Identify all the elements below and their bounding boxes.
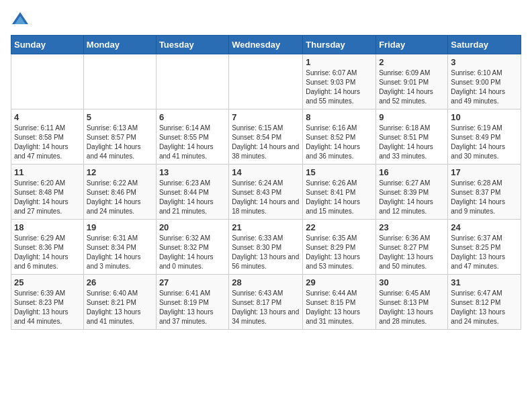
calendar-cell: 10Sunrise: 6:19 AMSunset: 8:49 PMDayligh… <box>448 109 521 165</box>
day-detail: Sunrise: 6:31 AMSunset: 8:34 PMDaylight:… <box>87 234 153 271</box>
day-number: 4 <box>14 112 81 122</box>
week-row-5: 25Sunrise: 6:39 AMSunset: 8:23 PMDayligh… <box>11 275 521 330</box>
calendar-header: SundayMondayTuesdayWednesdayThursdayFrid… <box>11 36 521 54</box>
day-number: 20 <box>159 222 226 232</box>
day-number: 17 <box>451 167 518 177</box>
header-row: SundayMondayTuesdayWednesdayThursdayFrid… <box>11 36 521 54</box>
calendar-cell: 11Sunrise: 6:20 AMSunset: 8:48 PMDayligh… <box>11 165 84 220</box>
day-detail: Sunrise: 6:13 AMSunset: 8:57 PMDaylight:… <box>87 124 153 161</box>
day-detail: Sunrise: 6:41 AMSunset: 8:19 PMDaylight:… <box>159 289 226 326</box>
day-number: 7 <box>232 112 300 122</box>
calendar-cell: 15Sunrise: 6:26 AMSunset: 8:41 PMDayligh… <box>303 165 376 220</box>
day-detail: Sunrise: 6:16 AMSunset: 8:52 PMDaylight:… <box>306 124 373 161</box>
day-detail: Sunrise: 6:20 AMSunset: 8:48 PMDaylight:… <box>14 179 81 216</box>
day-number: 31 <box>451 277 518 287</box>
day-detail: Sunrise: 6:22 AMSunset: 8:46 PMDaylight:… <box>87 179 153 216</box>
calendar-cell: 22Sunrise: 6:35 AMSunset: 8:29 PMDayligh… <box>303 220 376 275</box>
header-saturday: Saturday <box>448 36 521 54</box>
day-detail: Sunrise: 6:45 AMSunset: 8:13 PMDaylight:… <box>379 289 445 326</box>
day-detail: Sunrise: 6:10 AMSunset: 9:00 PMDaylight:… <box>451 68 518 106</box>
day-detail: Sunrise: 6:47 AMSunset: 8:12 PMDaylight:… <box>451 289 518 326</box>
day-number: 8 <box>306 112 373 122</box>
day-detail: Sunrise: 6:40 AMSunset: 8:21 PMDaylight:… <box>87 289 153 326</box>
calendar-body: 1Sunrise: 6:07 AMSunset: 9:03 PMDaylight… <box>11 54 521 330</box>
day-number: 12 <box>87 167 153 177</box>
logo-icon <box>11 11 30 30</box>
day-number: 15 <box>306 167 373 177</box>
day-number: 13 <box>159 167 226 177</box>
day-detail: Sunrise: 6:33 AMSunset: 8:30 PMDaylight:… <box>232 234 300 271</box>
day-number: 18 <box>14 222 81 232</box>
day-detail: Sunrise: 6:18 AMSunset: 8:51 PMDaylight:… <box>379 124 445 161</box>
calendar-cell: 4Sunrise: 6:11 AMSunset: 8:58 PMDaylight… <box>11 109 84 165</box>
day-detail: Sunrise: 6:37 AMSunset: 8:25 PMDaylight:… <box>451 234 518 271</box>
day-number: 23 <box>379 222 445 232</box>
calendar-cell <box>156 54 228 109</box>
calendar-cell: 2Sunrise: 6:09 AMSunset: 9:01 PMDaylight… <box>376 54 448 109</box>
calendar-cell: 3Sunrise: 6:10 AMSunset: 9:00 PMDaylight… <box>448 54 521 109</box>
calendar-cell: 27Sunrise: 6:41 AMSunset: 8:19 PMDayligh… <box>156 275 228 330</box>
calendar-cell: 29Sunrise: 6:44 AMSunset: 8:15 PMDayligh… <box>303 275 376 330</box>
calendar-cell: 26Sunrise: 6:40 AMSunset: 8:21 PMDayligh… <box>83 275 156 330</box>
calendar-cell: 30Sunrise: 6:45 AMSunset: 8:13 PMDayligh… <box>376 275 448 330</box>
day-detail: Sunrise: 6:15 AMSunset: 8:54 PMDaylight:… <box>232 124 300 161</box>
day-number: 22 <box>306 222 373 232</box>
calendar-cell: 17Sunrise: 6:28 AMSunset: 8:37 PMDayligh… <box>448 165 521 220</box>
day-detail: Sunrise: 6:09 AMSunset: 9:01 PMDaylight:… <box>379 68 445 106</box>
calendar-cell: 14Sunrise: 6:24 AMSunset: 8:43 PMDayligh… <box>229 165 303 220</box>
day-number: 6 <box>159 112 226 122</box>
day-detail: Sunrise: 6:26 AMSunset: 8:41 PMDaylight:… <box>306 179 373 216</box>
week-row-1: 1Sunrise: 6:07 AMSunset: 9:03 PMDaylight… <box>11 54 521 109</box>
day-detail: Sunrise: 6:36 AMSunset: 8:27 PMDaylight:… <box>379 234 445 271</box>
header <box>11 11 521 30</box>
day-detail: Sunrise: 6:43 AMSunset: 8:17 PMDaylight:… <box>232 289 300 326</box>
day-number: 14 <box>232 167 300 177</box>
week-row-3: 11Sunrise: 6:20 AMSunset: 8:48 PMDayligh… <box>11 165 521 220</box>
day-detail: Sunrise: 6:14 AMSunset: 8:55 PMDaylight:… <box>159 124 226 161</box>
calendar-cell: 25Sunrise: 6:39 AMSunset: 8:23 PMDayligh… <box>11 275 84 330</box>
day-number: 29 <box>306 277 373 287</box>
day-number: 21 <box>232 222 300 232</box>
day-detail: Sunrise: 6:39 AMSunset: 8:23 PMDaylight:… <box>14 289 81 326</box>
day-number: 10 <box>451 112 518 122</box>
calendar-cell: 23Sunrise: 6:36 AMSunset: 8:27 PMDayligh… <box>376 220 448 275</box>
day-detail: Sunrise: 6:32 AMSunset: 8:32 PMDaylight:… <box>159 234 226 271</box>
day-number: 11 <box>14 167 81 177</box>
logo <box>11 11 32 30</box>
header-friday: Friday <box>376 36 448 54</box>
header-monday: Monday <box>83 36 156 54</box>
calendar-cell: 13Sunrise: 6:23 AMSunset: 8:44 PMDayligh… <box>156 165 228 220</box>
day-number: 27 <box>159 277 226 287</box>
calendar-cell <box>11 54 84 109</box>
calendar-cell: 9Sunrise: 6:18 AMSunset: 8:51 PMDaylight… <box>376 109 448 165</box>
day-number: 28 <box>232 277 300 287</box>
day-number: 5 <box>87 112 153 122</box>
calendar-cell: 18Sunrise: 6:29 AMSunset: 8:36 PMDayligh… <box>11 220 84 275</box>
day-detail: Sunrise: 6:23 AMSunset: 8:44 PMDaylight:… <box>159 179 226 216</box>
week-row-4: 18Sunrise: 6:29 AMSunset: 8:36 PMDayligh… <box>11 220 521 275</box>
day-number: 25 <box>14 277 81 287</box>
day-number: 30 <box>379 277 445 287</box>
week-row-2: 4Sunrise: 6:11 AMSunset: 8:58 PMDaylight… <box>11 109 521 165</box>
day-number: 16 <box>379 167 445 177</box>
calendar-cell: 5Sunrise: 6:13 AMSunset: 8:57 PMDaylight… <box>83 109 156 165</box>
calendar-cell <box>229 54 303 109</box>
header-tuesday: Tuesday <box>156 36 228 54</box>
calendar-cell: 20Sunrise: 6:32 AMSunset: 8:32 PMDayligh… <box>156 220 228 275</box>
calendar-cell: 12Sunrise: 6:22 AMSunset: 8:46 PMDayligh… <box>83 165 156 220</box>
day-detail: Sunrise: 6:19 AMSunset: 8:49 PMDaylight:… <box>451 124 518 161</box>
day-detail: Sunrise: 6:27 AMSunset: 8:39 PMDaylight:… <box>379 179 445 216</box>
calendar-cell: 7Sunrise: 6:15 AMSunset: 8:54 PMDaylight… <box>229 109 303 165</box>
day-detail: Sunrise: 6:07 AMSunset: 9:03 PMDaylight:… <box>306 68 373 106</box>
calendar-cell: 19Sunrise: 6:31 AMSunset: 8:34 PMDayligh… <box>83 220 156 275</box>
calendar-cell: 28Sunrise: 6:43 AMSunset: 8:17 PMDayligh… <box>229 275 303 330</box>
day-number: 1 <box>306 57 373 67</box>
day-number: 2 <box>379 57 445 67</box>
header-wednesday: Wednesday <box>229 36 303 54</box>
day-number: 24 <box>451 222 518 232</box>
calendar-cell: 24Sunrise: 6:37 AMSunset: 8:25 PMDayligh… <box>448 220 521 275</box>
day-detail: Sunrise: 6:44 AMSunset: 8:15 PMDaylight:… <box>306 289 373 326</box>
calendar-cell: 8Sunrise: 6:16 AMSunset: 8:52 PMDaylight… <box>303 109 376 165</box>
calendar-cell: 31Sunrise: 6:47 AMSunset: 8:12 PMDayligh… <box>448 275 521 330</box>
header-thursday: Thursday <box>303 36 376 54</box>
